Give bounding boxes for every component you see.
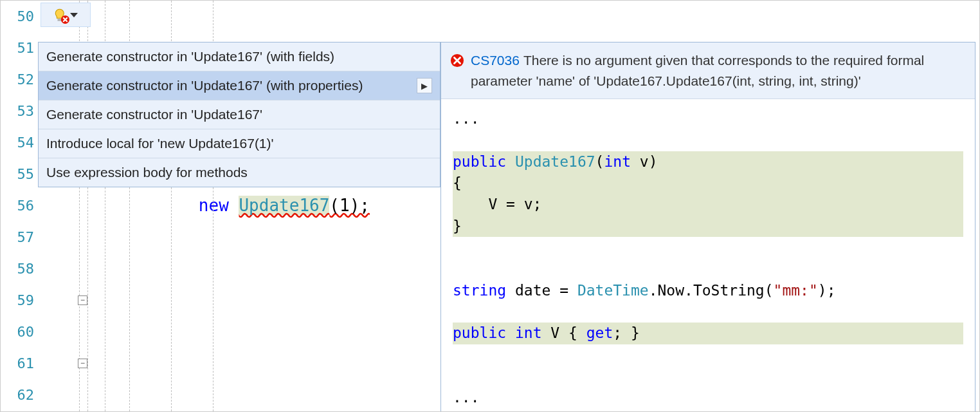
line-number-gutter: 50 51 52 53 54 55 56 57 58 59 60 61 62 xyxy=(1,1,39,411)
error-icon xyxy=(450,53,464,67)
line-number: 54 xyxy=(1,127,34,158)
submenu-arrow-icon[interactable]: ▶ xyxy=(417,78,432,93)
line-number: 60 xyxy=(1,316,34,348)
preview-code-body: ... public Update167(int v) { V = v; } s… xyxy=(441,99,975,412)
quick-action-item[interactable]: Generate constructor in 'Update167' (wit… xyxy=(39,42,440,71)
line-number: 50 xyxy=(1,1,34,32)
line-number: 62 xyxy=(1,379,34,411)
quick-action-item[interactable]: Generate constructor in 'Update167' xyxy=(39,100,440,129)
quick-action-item[interactable]: Use expression body for methods xyxy=(39,158,440,187)
line-number: 51 xyxy=(1,32,34,64)
line-number: 52 xyxy=(1,64,34,95)
line-number: 56 xyxy=(1,190,34,221)
lightbulb-error-icon xyxy=(53,8,68,22)
error-text: CS7036There is no argument given that co… xyxy=(471,50,966,91)
inserted-code: public Update167(int v) { V = v; } xyxy=(453,151,963,237)
error-code: CS7036 xyxy=(471,53,520,68)
line-number: 58 xyxy=(1,253,34,285)
line-number: 61 xyxy=(1,348,34,379)
quick-actions-menu: Generate constructor in 'Update167' (wit… xyxy=(38,42,440,187)
inserted-code: public int V { get; } xyxy=(453,323,963,344)
lightbulb-button[interactable] xyxy=(41,3,91,27)
preview-panel: CS7036There is no argument given that co… xyxy=(440,42,975,412)
line-number: 55 xyxy=(1,158,34,190)
chevron-down-icon xyxy=(70,13,78,17)
quick-action-label: Generate constructor in 'Update167' (wit… xyxy=(46,78,363,93)
quick-action-label: Generate constructor in 'Update167' xyxy=(46,107,262,122)
error-message: There is no argument given that correspo… xyxy=(471,53,924,88)
quick-action-item[interactable]: Introduce local for 'new Update167(1)' xyxy=(39,129,440,158)
line-number: 57 xyxy=(1,221,34,253)
quick-action-item[interactable]: Generate constructor in 'Update167' (wit… xyxy=(39,71,440,100)
preview-error-header: CS7036There is no argument given that co… xyxy=(441,42,975,99)
line-number: 59 xyxy=(1,285,34,316)
quick-action-label: Introduce local for 'new Update167(1)' xyxy=(46,136,274,151)
quick-action-label: Use expression body for methods xyxy=(46,165,248,180)
quick-action-label: Generate constructor in 'Update167' (wit… xyxy=(46,49,334,64)
line-number: 53 xyxy=(1,95,34,127)
